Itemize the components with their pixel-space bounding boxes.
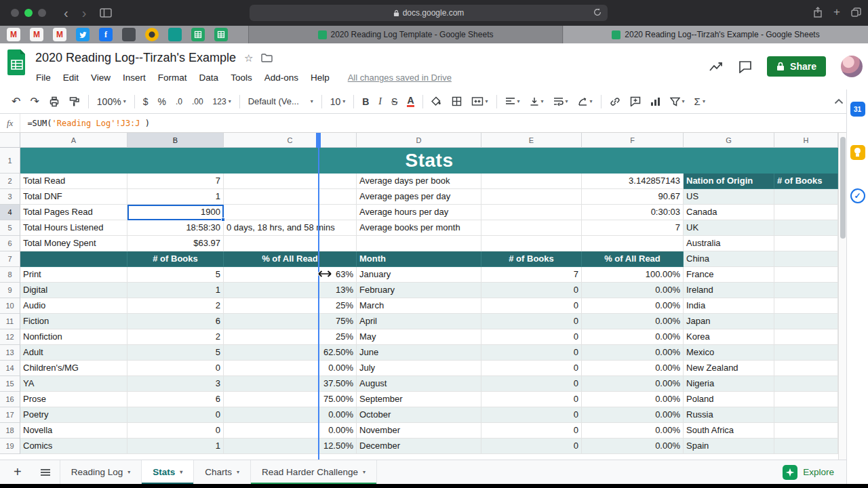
column-header-E[interactable]: E [481, 133, 582, 148]
cell-D8[interactable]: January [357, 267, 481, 283]
cell-E16[interactable]: 0 [481, 392, 582, 407]
cell-C17[interactable]: 0.00% [224, 407, 357, 423]
cell-G15[interactable]: Nigeria [684, 376, 774, 392]
cell-H13[interactable] [774, 345, 838, 361]
cell-B10[interactable]: 2 [127, 298, 224, 314]
sheet-tab-menu-icon[interactable]: ▾ [363, 469, 366, 475]
cell-F7[interactable]: % of All Read [582, 251, 684, 267]
cell-B5[interactable]: 18:58:30 [127, 220, 224, 236]
row-header-17[interactable]: 17 [0, 407, 20, 423]
cell-E9[interactable]: 0 [481, 283, 582, 298]
cell-F6[interactable] [582, 236, 684, 251]
move-folder-icon[interactable] [261, 54, 273, 62]
functions-button[interactable]: Σ▾ [690, 93, 710, 110]
cell-D14[interactable]: July [357, 361, 481, 376]
column-header-B[interactable]: B [127, 133, 224, 148]
sheet-tab-menu-icon[interactable]: ▾ [180, 469, 182, 475]
share-page-icon[interactable] [813, 7, 823, 18]
cell-B17[interactable]: 0 [127, 407, 224, 423]
cell-C4[interactable] [224, 205, 357, 220]
cell-C15[interactable]: 37.50% [224, 376, 357, 392]
cell-E7[interactable]: # of Books [481, 251, 582, 267]
filter-icon[interactable]: ▾ [665, 93, 690, 110]
cell-A6[interactable]: Total Money Spent [20, 236, 127, 251]
row-header-19[interactable]: 19 [0, 439, 20, 454]
cell-F18[interactable]: 0.00% [582, 423, 684, 439]
cell-H19[interactable] [774, 439, 838, 454]
row-header-8[interactable]: 8 [0, 267, 20, 283]
cell-E13[interactable]: 0 [481, 345, 582, 361]
cell-A5[interactable]: Total Hours Listened [20, 220, 127, 236]
cell-F13[interactable]: 0.00% [582, 345, 684, 361]
cell-B8[interactable]: 5 [127, 267, 224, 283]
row-header-13[interactable]: 13 [0, 345, 20, 361]
twitter-favicon[interactable] [76, 28, 90, 41]
new-tab-icon[interactable]: + [833, 5, 840, 19]
window-zoom-button[interactable] [24, 9, 33, 17]
cell-E2[interactable] [481, 174, 582, 189]
more-formats-button[interactable]: 123▾ [208, 93, 236, 110]
cell-E4[interactable] [481, 205, 582, 220]
cell-E3[interactable] [481, 189, 582, 205]
vertical-align-icon[interactable]: ▾ [525, 93, 549, 110]
decrease-decimals-button[interactable]: .0 [171, 93, 187, 110]
cell-D6[interactable] [357, 236, 481, 251]
add-sheet-button[interactable]: + [0, 464, 31, 480]
row-header-12[interactable]: 12 [0, 329, 20, 345]
cell-H2[interactable]: # of Books [774, 174, 838, 189]
sheets-favicon[interactable] [191, 28, 205, 41]
cell-E19[interactable]: 0 [481, 439, 582, 454]
cell-F19[interactable]: 0.00% [582, 439, 684, 454]
cell-D3[interactable]: Average pages per day [357, 189, 481, 205]
browser-tab-active[interactable]: 2020 Reading Log--Tirzah's Example - Goo… [564, 26, 868, 43]
cell-F3[interactable]: 90.67 [582, 189, 684, 205]
column-header-C[interactable]: C [224, 133, 357, 148]
borders-icon[interactable] [447, 93, 467, 110]
address-bar[interactable]: docs.google.com [250, 5, 608, 21]
cell-G7[interactable]: China [684, 251, 774, 267]
cell-E17[interactable]: 0 [481, 407, 582, 423]
cell-H5[interactable] [774, 220, 838, 236]
cell-F17[interactable]: 0.00% [582, 407, 684, 423]
strikethrough-button[interactable]: S [387, 93, 402, 110]
cell-C12[interactable]: 25% [224, 329, 357, 345]
sheet-tab-read-harder-challenge[interactable]: Read Harder Challenge ▾ [251, 460, 377, 485]
cell-H18[interactable] [774, 423, 838, 439]
sheet-tab-menu-icon[interactable]: ▾ [127, 469, 130, 475]
window-minimize-button[interactable] [38, 9, 46, 17]
cell-G18[interactable]: South Africa [684, 423, 774, 439]
cell-C10[interactable]: 25% [224, 298, 357, 314]
cell-F10[interactable]: 0.00% [582, 298, 684, 314]
cell-F5[interactable]: 7 [582, 220, 684, 236]
avatar[interactable] [841, 56, 863, 77]
cell-F11[interactable]: 0.00% [582, 314, 684, 329]
cell-A9[interactable]: Digital [20, 283, 127, 298]
comment-history-icon[interactable] [738, 60, 752, 73]
cell-C2[interactable] [224, 174, 357, 189]
sheet-tab-reading-log[interactable]: Reading Log ▾ [60, 460, 142, 485]
sheet-tab-stats[interactable]: Stats ▾ [142, 460, 194, 485]
cell-B12[interactable]: 2 [127, 329, 224, 345]
row-header-4[interactable]: 4 [0, 205, 20, 220]
menu-insert[interactable]: Insert [117, 70, 152, 85]
cell-E11[interactable]: 0 [481, 314, 582, 329]
document-title[interactable]: 2020 Reading Log--Tirzah's Example [35, 51, 236, 65]
cell-B16[interactable]: 6 [127, 392, 224, 407]
cell-C19[interactable]: 12.50% [224, 439, 357, 454]
undo-icon[interactable]: ↶ [7, 93, 25, 110]
cell-A18[interactable]: Novella [20, 423, 127, 439]
cell-B3[interactable]: 1 [127, 189, 224, 205]
cell-H9[interactable] [774, 283, 838, 298]
cell-G14[interactable]: New Zealand [684, 361, 774, 376]
cell-B18[interactable]: 0 [127, 423, 224, 439]
vertical-scrollbar[interactable] [838, 133, 846, 460]
row-header-7[interactable]: 7 [0, 251, 20, 267]
cell-D12[interactable]: May [357, 329, 481, 345]
menu-view[interactable]: View [85, 70, 117, 85]
cell-E8[interactable]: 7 [481, 267, 582, 283]
row-header-3[interactable]: 3 [0, 189, 20, 205]
cell-C11[interactable]: 75% [224, 314, 357, 329]
menu-tools[interactable]: Tools [224, 70, 258, 85]
cell-A4[interactable]: Total Pages Read [20, 205, 127, 220]
cell-C16[interactable]: 75.00% [224, 392, 357, 407]
